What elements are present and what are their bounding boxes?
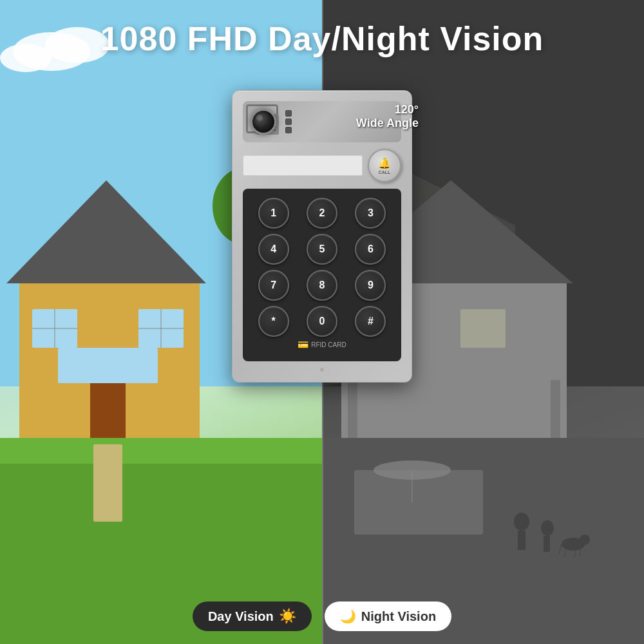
day-vision-pill: Day Vision ☀️ [193, 601, 312, 631]
svg-rect-26 [460, 309, 506, 348]
key-7[interactable]: 7 [258, 270, 289, 301]
key-9[interactable]: 9 [355, 270, 386, 301]
ir-led-3 [285, 127, 292, 133]
call-text: CALL [379, 170, 391, 175]
mic-dot [320, 368, 324, 372]
night-vision-label: Night Vision [361, 609, 436, 624]
day-vision-label: Day Vision [208, 609, 274, 624]
key-0[interactable]: 0 [307, 306, 337, 337]
key-#[interactable]: # [355, 306, 386, 337]
key-3[interactable]: 3 [355, 198, 386, 229]
camera-row [251, 109, 292, 135]
key-1[interactable]: 1 [258, 198, 289, 229]
svg-point-35 [541, 520, 554, 536]
rfid-icon: 💳 [298, 339, 308, 350]
bell-icon: 🔔 [378, 157, 391, 169]
moon-icon: 🌙 [340, 609, 356, 624]
keypad-grid: 123456789*0# [252, 198, 392, 337]
svg-point-33 [514, 513, 529, 531]
svg-rect-20 [93, 444, 122, 522]
scene: 1080 FHD Day/Night Vision [0, 0, 644, 644]
svg-rect-30 [354, 470, 483, 535]
key-4[interactable]: 4 [258, 234, 289, 265]
rfid-area: 💳 RFID CARD [252, 337, 392, 352]
key-5[interactable]: 5 [307, 234, 337, 265]
device-panel: 120° Wide Angle 🔔 CALL 123456789*0# 💳 RF… [232, 90, 412, 383]
svg-rect-34 [518, 531, 526, 550]
ir-led-2 [285, 118, 292, 125]
keypad-section: 123456789*0# 💳 RFID CARD [243, 189, 401, 361]
call-button[interactable]: 🔔 CALL [368, 149, 401, 182]
svg-rect-19 [0, 438, 322, 464]
key-8[interactable]: 8 [307, 270, 337, 301]
key-*[interactable]: * [258, 306, 289, 337]
camera-lens [251, 109, 276, 135]
sun-icon: ☀️ [279, 608, 296, 625]
svg-rect-36 [544, 536, 550, 552]
label-call-row: 🔔 CALL [243, 149, 401, 182]
ir-led-1 [285, 110, 292, 117]
svg-point-32 [374, 460, 451, 480]
svg-rect-27 [348, 380, 357, 444]
wide-angle-label: 120° Wide Angle [356, 103, 419, 130]
name-label [243, 155, 363, 176]
key-6[interactable]: 6 [355, 234, 386, 265]
svg-rect-28 [551, 380, 560, 444]
svg-rect-17 [58, 348, 158, 383]
key-2[interactable]: 2 [307, 198, 337, 229]
rfid-label: RFID CARD [311, 341, 346, 348]
svg-point-38 [580, 535, 590, 545]
bottom-labels: Day Vision ☀️ 🌙 Night Vision [161, 601, 483, 631]
page-title: 1080 FHD Day/Night Vision [0, 19, 644, 58]
ir-leds [285, 110, 292, 133]
svg-rect-10 [90, 380, 126, 444]
night-vision-pill: 🌙 Night Vision [325, 601, 451, 631]
